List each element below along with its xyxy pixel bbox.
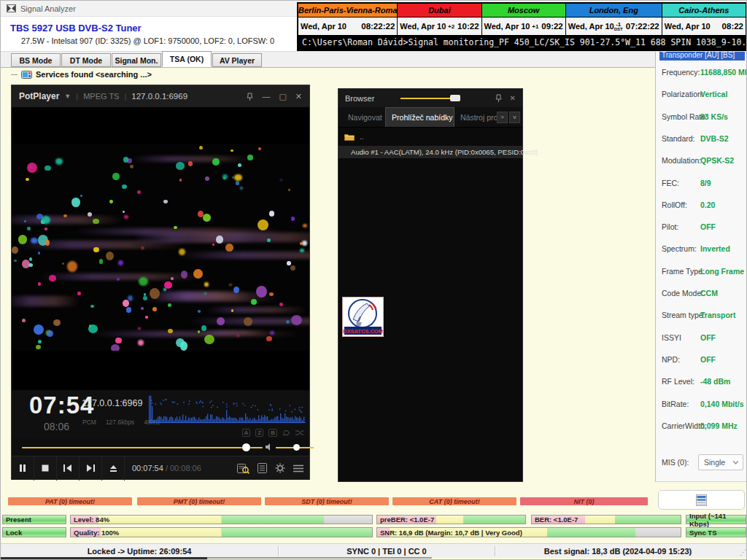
video-bokeh-dot (111, 344, 120, 351)
mode-tab[interactable]: DT Mode (61, 53, 111, 67)
video-bokeh-dot (193, 269, 203, 279)
meter-label: SNR: 16,9 dB (Margin: 10,7 dB | Very Goo… (380, 528, 522, 537)
param-label: ISSYI (662, 333, 681, 342)
video-bokeh-dot (233, 287, 239, 293)
browser-tab[interactable]: Prohlížeč nabídky (385, 107, 454, 127)
gear-icon[interactable] (275, 463, 285, 473)
resize-grip[interactable]: ⋰ (740, 548, 746, 556)
stream-list-button[interactable] (658, 490, 745, 510)
param-label: Standard: (662, 134, 695, 143)
video-bokeh-dot (36, 345, 41, 349)
seek-bar[interactable] (22, 447, 263, 448)
status-best-signal: Best signal: 18,3 dB (2024-04-09 15:23) (495, 544, 740, 559)
video-bokeh-dot (44, 228, 47, 230)
ab-repeat-markers: AZB (242, 429, 303, 437)
pin-icon[interactable] (247, 93, 253, 101)
video-bokeh-dot (117, 278, 120, 281)
param-row: Code Mode: CCM (656, 289, 747, 309)
folder-icon (344, 133, 355, 141)
clock-utc-offset: +2 (448, 24, 454, 29)
close-icon[interactable]: ✕ (510, 94, 516, 102)
browser-tab[interactable]: Nástroj procházení titu... (454, 107, 497, 127)
pause-button[interactable] (12, 456, 34, 481)
video-streak (12, 216, 123, 224)
background-window-line (207, 557, 432, 559)
next-button[interactable] (80, 456, 102, 481)
shuffle-icon[interactable] (295, 429, 303, 436)
minimize-icon[interactable]: — (262, 92, 270, 101)
video-bokeh-dot (106, 252, 114, 260)
tab-scroll-right-button[interactable]: > (497, 112, 508, 123)
opacity-slider[interactable] (400, 98, 457, 99)
chevron-down-icon[interactable]: ▼ (64, 93, 71, 100)
video-bokeh-dot (222, 174, 228, 179)
audio-stream-row[interactable]: Audio #1 - AAC(LATM), 24.0 kHz (PID:0x00… (338, 146, 522, 158)
services-text: Services found <searching ...> (36, 70, 152, 79)
video-bokeh-dot (266, 336, 272, 341)
chevron-down-icon (733, 461, 738, 464)
level-meter: Level: 84% (70, 515, 373, 524)
volume-handle[interactable] (293, 444, 300, 451)
param-row: Symbol Rate: 83 KS/s (656, 112, 747, 133)
video-bokeh-dot (290, 265, 295, 271)
video-bokeh-dot (267, 238, 271, 242)
video-area[interactable] (12, 107, 309, 390)
video-bokeh-dot (112, 173, 120, 180)
param-value: Inverted (700, 244, 730, 253)
param-value: CCM (700, 289, 718, 298)
browser-titlebar[interactable]: Browser ✕ (338, 89, 522, 107)
ber-meter: BER: <1.0E-7 (531, 515, 681, 524)
close-icon[interactable]: ✕ (295, 92, 302, 101)
video-bokeh-dot (130, 165, 133, 168)
search-subtitle-icon[interactable] (237, 463, 249, 474)
meter-segment-green (222, 516, 324, 524)
video-bokeh-dot (49, 275, 56, 281)
audio-stream-label: Audio #1 - AAC(LATM), 24.0 kHz (PID:0x00… (351, 148, 538, 156)
browser-tab-nav: >v (497, 107, 522, 127)
previous-button[interactable] (57, 456, 80, 481)
mode-tab[interactable]: AV Player (212, 53, 262, 67)
tab-list-button[interactable]: v (509, 112, 520, 123)
video-bokeh-dot (231, 149, 233, 152)
potplayer-titlebar[interactable]: PotPlayer ▼ | MPEG TS | 127.0.0.1:6969 —… (12, 85, 309, 107)
parent-dir-label[interactable]: .. (360, 133, 364, 141)
stop-button[interactable] (34, 456, 57, 481)
alert-bar: PAT (0) timeout! (8, 497, 132, 505)
maximize-icon[interactable]: ▢ (279, 92, 286, 101)
video-bokeh-dot (291, 217, 295, 221)
param-value: 8/9 (700, 179, 711, 187)
video-bokeh-dot (240, 187, 243, 190)
preber-meter: preBER: <1.0E-7 (376, 515, 526, 524)
opacity-slider-handle[interactable] (450, 95, 460, 101)
volume-icon[interactable] (266, 443, 273, 451)
param-value: Vertical (700, 90, 727, 98)
param-label: Modulation: (662, 156, 701, 165)
menu-icon[interactable] (293, 464, 303, 472)
video-bokeh-dot (179, 249, 185, 255)
param-row: Standard: DVB-S2 (656, 134, 747, 155)
eject-button[interactable] (102, 456, 125, 481)
video-bokeh-dot (171, 277, 173, 280)
seek-handle[interactable] (242, 443, 250, 451)
ab-marker[interactable]: B (268, 429, 277, 437)
folder-up-row[interactable]: .. (344, 133, 364, 141)
loop-icon[interactable] (282, 429, 290, 436)
pin-icon[interactable] (495, 94, 502, 102)
ab-marker[interactable]: A (242, 429, 251, 437)
ab-marker[interactable]: Z (255, 429, 263, 437)
transponder-header[interactable]: Transponder [AU] [BS] (659, 52, 745, 61)
video-bokeh-dot (204, 282, 209, 287)
param-label: Stream type: (662, 311, 705, 319)
mode-tab[interactable]: TSA (OK) (162, 51, 212, 67)
playlist-icon[interactable] (258, 463, 267, 473)
mis-select[interactable]: Single (698, 454, 743, 470)
video-bokeh-dot (22, 319, 26, 322)
browser-tab[interactable]: Navigovat (342, 107, 385, 127)
playback-info-bar: 07:54 08:06 127.0.0.1:6969 PCM 127.6kbps… (12, 390, 309, 438)
mode-tab[interactable]: BS Mode (11, 53, 61, 67)
meter-segment-green (222, 528, 373, 537)
video-bokeh-dot (212, 158, 219, 166)
mode-tab[interactable]: Signal Mon. (112, 53, 161, 67)
potplayer-app-name[interactable]: PotPlayer (19, 91, 59, 101)
video-bokeh-dot (244, 317, 252, 325)
